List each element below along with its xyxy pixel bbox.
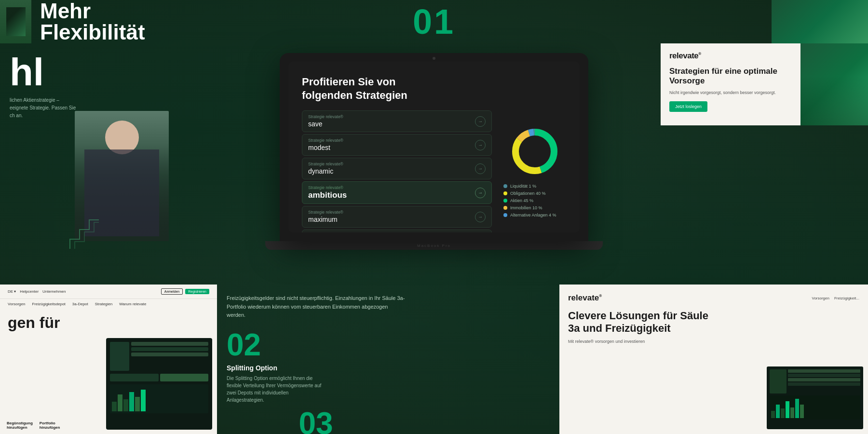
relevate-card-photo [800, 43, 868, 125]
subnav-vorsorgen[interactable]: Vorsorgen [8, 302, 25, 306]
strategy-excited[interactable]: Strategie relevate® excited Bald für Sie… [302, 230, 492, 232]
legend-alternative: Alternative Anlagen 4 % [503, 213, 566, 217]
bottom-center-section: Freizügigkeitsgelder sind nicht steuerpf… [217, 285, 415, 434]
relevate-card-title: Strategien für eine optimale Vorsorge [669, 67, 780, 86]
bottom-content: gen für [0, 309, 217, 434]
strategy-modest[interactable]: Strategie relevate® modest → [302, 134, 492, 156]
strategy-save[interactable]: Strategie relevate® save → [302, 110, 492, 132]
section-number-01: 01 [413, 0, 455, 43]
laptop-screen: Profitieren Sie von folgenden Strategien… [288, 62, 580, 232]
laptop-camera [433, 57, 435, 60]
bottom-right-card: relevate® Vorsorgen Freizügigkeit... Cle… [559, 285, 868, 434]
left-headline: hl [10, 53, 207, 92]
bottom-left-section: DE ▾ Helpcenter Unternehmen Anmelden Reg… [0, 285, 217, 434]
relevate-cta-button[interactable]: Jetzt loslegen [669, 101, 707, 112]
subnav-strategien[interactable]: Strategien [95, 302, 112, 306]
screen-content: Strategie relevate® save → Strategie rel… [302, 110, 566, 232]
feature-02-text: Die Splitting Option ermöglicht Ihnen di… [227, 375, 323, 404]
nav-register-button[interactable]: Registrieren [185, 289, 209, 294]
bottom-ui-screen [106, 338, 212, 430]
bottom-right-mockup [767, 366, 863, 429]
feature-03-number: 03 [298, 406, 333, 434]
bottom-right-section: relevate® Vorsorgen Freizügigkeit... Cle… [559, 285, 868, 434]
left-middle-section: hl lichen Aktienstrategie – eeignete Str… [0, 43, 217, 265]
nav-login-button[interactable]: Anmelden [161, 288, 183, 295]
strategy-arrow[interactable]: → [475, 188, 486, 198]
relevate-logo: relevate® [669, 51, 701, 61]
nav-unternehmen[interactable]: Unternehmen [42, 289, 66, 294]
bottom-subnav: Vorsorgen Freizügigkeitsdepot 3a-Depot S… [0, 298, 217, 309]
laptop-container: Profitieren Sie von folgenden Strategien… [280, 53, 588, 260]
freizugigkeit-text: Freizügigkeitsgelder sind nicht steuerpf… [227, 294, 405, 320]
top-right-image [772, 0, 868, 43]
bottom-links: Begünstigunghinzufügen Portfoliohinzufüg… [7, 421, 60, 430]
stair-icon [65, 215, 104, 256]
strategy-ambitious[interactable]: Strategie relevate® ambitious → [302, 181, 492, 204]
bottom-right-title: Clevere Lösungen für Säule 3a und Freizü… [568, 310, 722, 335]
bottom-right-header: relevate® Vorsorgen Freizügigkeit... [568, 293, 859, 303]
feature-02-number: 02 [227, 329, 405, 360]
legend-dot [503, 184, 507, 188]
strategy-arrow[interactable]: → [475, 140, 486, 150]
legend-obligationen: Obligationen 40 % [503, 191, 566, 196]
strategy-arrow[interactable]: → [475, 116, 486, 127]
right-column: relevate® Vorsorgen Freizügigkeitsdep...… [661, 43, 868, 125]
top-left-image [0, 0, 31, 43]
strategy-dynamic[interactable]: Strategie relevate® dynamic → [302, 158, 492, 179]
legend-dot [503, 213, 507, 217]
screen-title: Profitieren Sie von folgenden Strategien [302, 75, 437, 102]
legend-immobilien: Immobilien 10 % [503, 205, 566, 210]
strategy-maximum[interactable]: Strategie relevate® maximum → [302, 206, 492, 228]
relevate-card-subtitle: Nicht irgendwie vorgesorgt, sondern bess… [669, 90, 780, 96]
subnav-3a[interactable]: 3a-Depot [72, 302, 88, 306]
donut-chart [508, 125, 561, 178]
strategy-arrow[interactable]: → [475, 212, 486, 222]
top-left-section: Mehr Flexibilität [0, 0, 241, 43]
nav-lang[interactable]: DE ▾ [8, 289, 16, 294]
nav-helpcenter[interactable]: Helpcenter [20, 289, 39, 294]
legend-dot [503, 206, 507, 210]
laptop-body: Profitieren Sie von folgenden Strategien… [280, 53, 588, 241]
strategy-arrow[interactable]: → [475, 163, 486, 174]
chart-section: Liquidität 1 % Obligationen 40 % Aktien … [503, 125, 566, 232]
bottom-right-logo: relevate® [568, 293, 602, 303]
strategy-list: Strategie relevate® save → Strategie rel… [302, 110, 492, 232]
subnav-warum[interactable]: Warum relevate [119, 302, 146, 306]
legend-dot [503, 199, 507, 203]
legend-liquiditat: Liquidität 1 % [503, 184, 566, 189]
bottom-right-nav[interactable]: Vorsorgen Freizügigkeit... [812, 296, 860, 300]
bottom-nav-bar: DE ▾ Helpcenter Unternehmen Anmelden Reg… [0, 285, 217, 298]
feature-02-title: Splitting Option [227, 364, 405, 372]
bottom-right-subtitle: Mit relevate® vorsorgen und investieren [568, 339, 859, 344]
top-left-title: Mehr Flexibilität [40, 0, 145, 43]
bottom-left-title: gen für [8, 314, 209, 332]
legend-aktien: Aktien 45 % [503, 198, 566, 203]
laptop-base: MacBook Pro [265, 241, 603, 250]
relevate-card: relevate® Vorsorgen Freizügigkeitsdep...… [661, 43, 868, 125]
subnav-freizugigkeit[interactable]: Freizügigkeitsdepot [32, 302, 65, 306]
chart-legend: Liquidität 1 % Obligationen 40 % Aktien … [503, 184, 566, 217]
legend-dot [503, 191, 507, 195]
feature-02: 02 Splitting Option Die Splitting Option… [227, 329, 405, 404]
